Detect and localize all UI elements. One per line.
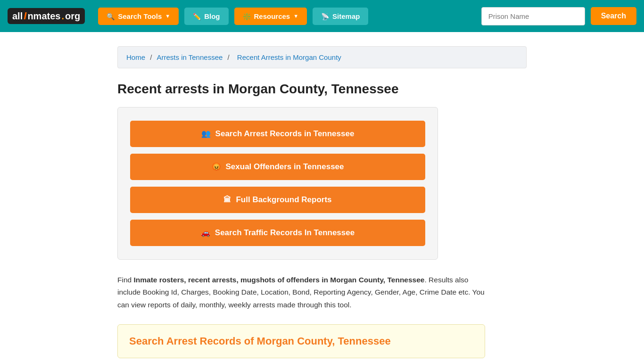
logo-i: I xyxy=(24,10,26,22)
breadcrumb-sep-1: / xyxy=(150,53,154,61)
description-text: Find Inmate rosters, recent arrests, mug… xyxy=(117,274,485,311)
breadcrumb-sep-2: / xyxy=(228,53,231,61)
sitemap-icon xyxy=(321,12,329,20)
site-logo[interactable]: all I nmates . org xyxy=(8,8,85,24)
blog-icon xyxy=(193,12,201,20)
people-icon xyxy=(201,129,211,139)
sexual-offenders-button[interactable]: Sexual Offenders in Tennessee xyxy=(130,154,425,180)
chevron-down-icon: ▼ xyxy=(165,13,170,19)
sitemap-button[interactable]: Sitemap xyxy=(313,8,368,25)
blog-button[interactable]: Blog xyxy=(184,8,228,25)
search-records-title: Search Arrest Records of Morgan County, … xyxy=(129,335,473,347)
logo-dot: . xyxy=(61,11,64,22)
search-records-section: Search Arrest Records of Morgan County, … xyxy=(117,324,485,358)
car-icon xyxy=(201,228,210,238)
background-reports-button[interactable]: Full Background Reports xyxy=(130,187,425,213)
logo-all: all xyxy=(12,11,23,22)
search-icon xyxy=(107,12,115,20)
building-icon xyxy=(223,195,231,205)
main-nav: all I nmates . org Search Tools ▼ Blog R… xyxy=(0,0,644,32)
search-arrest-records-button[interactable]: Search Arrest Records in Tennessee xyxy=(130,121,425,147)
breadcrumb-current: Recent Arrests in Morgan County xyxy=(237,53,341,61)
logo-nmates: nmates xyxy=(27,11,60,22)
resources-icon xyxy=(243,12,251,20)
nav-search-button[interactable]: Search xyxy=(591,7,636,25)
breadcrumb-home[interactable]: Home xyxy=(126,53,145,61)
search-tools-button[interactable]: Search Tools ▼ xyxy=(98,8,179,25)
page-title: Recent arrests in Morgan County, Tenness… xyxy=(117,82,527,97)
prison-name-input[interactable] xyxy=(481,7,585,25)
action-buttons-box: Search Arrest Records in Tennessee Sexua… xyxy=(117,107,438,260)
logo-org: org xyxy=(65,11,80,22)
traffic-records-button[interactable]: Search Traffic Records In Tennessee xyxy=(130,220,425,246)
breadcrumb: Home / Arrests in Tennessee / Recent Arr… xyxy=(117,46,527,68)
offender-icon xyxy=(212,162,221,172)
resources-button[interactable]: Resources ▼ xyxy=(234,8,307,25)
chevron-down-icon: ▼ xyxy=(293,13,298,19)
breadcrumb-arrests-tn[interactable]: Arrests in Tennessee xyxy=(157,53,223,61)
main-content: Home / Arrests in Tennessee / Recent Arr… xyxy=(110,32,534,362)
